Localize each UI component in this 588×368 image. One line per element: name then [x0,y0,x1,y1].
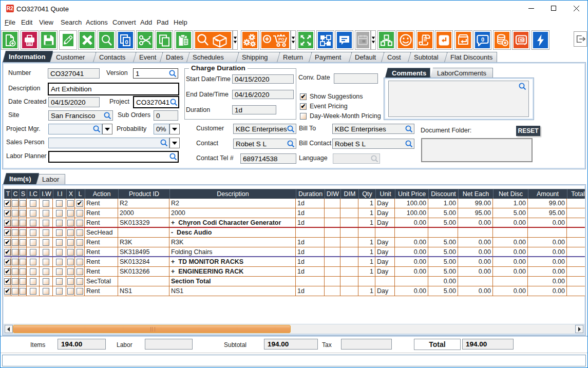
search-icon[interactable] [103,111,112,122]
cut-icon[interactable] [136,30,154,50]
row-checkbox-i-c[interactable] [30,210,36,217]
tab-flat-discounts[interactable]: Flat Discounts [444,52,497,62]
row-checkbox-i-i[interactable] [56,229,63,236]
row-checkbox-s[interactable] [20,278,26,285]
column-header-net-disc[interactable]: Net Disc [493,189,528,199]
column-header-t[interactable]: T [4,189,12,199]
row-checkbox-c[interactable] [12,259,18,265]
print-icon[interactable] [21,30,39,50]
menu-search[interactable]: Search [61,18,82,26]
row-checkbox-t[interactable] [4,200,11,207]
sales_person-field[interactable] [48,138,169,148]
table-row[interactable]: SecTotalSection Total0.000.00 [4,277,585,286]
row-checkbox-i-c[interactable] [30,268,36,275]
table-row[interactable]: SecHead- Desc Audio [4,228,585,238]
row-checkbox-t[interactable] [4,278,11,285]
exit-icon[interactable] [574,31,587,47]
table-row[interactable]: RentSK318495Folding Chairs1d1Day0.005.00… [4,247,585,257]
search-icon[interactable] [168,69,177,80]
checkbox-show-suggestions[interactable] [300,93,307,100]
comment-zero-icon[interactable]: 0 [473,30,491,50]
search-icon[interactable] [169,98,178,108]
column-header-i-w[interactable]: I.W [40,189,53,199]
tab-customer[interactable]: Customer [50,52,96,62]
row-checkbox-x[interactable] [67,239,74,246]
more-options-icon[interactable] [233,30,238,50]
row-checkbox-i-c[interactable] [30,229,36,236]
column-header-discount[interactable]: Discount [428,189,459,199]
search-icon[interactable] [370,154,379,165]
row-checkbox-i-c[interactable] [30,278,36,285]
row-checkbox-i-w[interactable] [43,239,49,246]
tab-information[interactable]: Information [3,51,53,62]
hierarchy-icon[interactable] [377,30,395,50]
sub_orders-field[interactable]: 0 [154,110,178,121]
search-icon[interactable] [405,140,413,150]
column-header-action[interactable]: Action [85,189,119,199]
bill_contact-field[interactable]: Robet S L [332,139,414,149]
scroll-left-button[interactable] [5,325,13,333]
menu-edit[interactable]: Edit [21,18,32,26]
search-icon[interactable] [98,30,116,50]
row-checkbox-x[interactable] [67,220,74,226]
row-checkbox-t[interactable] [4,220,11,226]
row-checkbox-i-c[interactable] [30,249,36,256]
row-checkbox-c[interactable] [12,278,18,285]
lightning-icon[interactable] [532,30,549,50]
return-box-icon[interactable] [454,30,472,50]
window-grid-icon[interactable] [316,30,334,50]
row-checkbox-i-i[interactable] [56,200,63,207]
row-checkbox-l[interactable] [77,239,83,246]
row-checkbox-l[interactable] [77,278,83,285]
column-header-qty[interactable]: Qty [358,189,376,199]
column-header-i-c[interactable]: I.C [27,189,40,199]
checkbox-event-pricing[interactable] [300,103,307,110]
row-checkbox-i-i[interactable] [56,278,63,285]
column-header-c[interactable]: C [11,189,20,199]
copy-zero-icon[interactable]: 0 [117,30,135,50]
contact_tel-field[interactable]: 689714538 [240,153,296,164]
description-field[interactable]: Art Exhibition [48,83,179,95]
menu-pad[interactable]: Pad [157,18,168,26]
dropdown-button[interactable] [102,124,112,134]
copy-icon[interactable] [155,30,173,50]
chat-icon[interactable] [335,30,353,50]
row-checkbox-l[interactable] [77,288,83,295]
probability-field[interactable]: 0% [154,124,169,134]
maximize-button[interactable] [542,1,565,16]
tab-item-s-[interactable]: Item(s) [3,173,39,184]
dropdown-button[interactable] [169,124,180,134]
table-row[interactable]: RentSK013329+ Chyron Codi Character Gene… [4,218,585,228]
row-checkbox-c[interactable] [12,200,18,207]
column-header-l[interactable]: L [75,189,85,199]
menu-actions[interactable]: Actions [86,18,108,26]
charge-start-field[interactable]: 04/15/2020 [232,74,294,84]
settings-gears-icon[interactable] [241,30,259,50]
row-checkbox-i-i[interactable] [56,259,63,265]
tab-return[interactable]: Return [277,52,312,62]
row-checkbox-t[interactable] [4,210,11,217]
row-checkbox-x[interactable] [67,200,74,207]
tab-schedules[interactable]: Schedules [186,52,239,62]
tab-dates[interactable]: Dates [160,52,190,62]
reset-button[interactable]: RESET [516,126,540,136]
row-checkbox-i-c[interactable] [30,200,36,207]
row-checkbox-l[interactable] [77,229,83,236]
tab-default[interactable]: Default [349,52,384,62]
row-checkbox-x[interactable] [67,249,74,256]
search-icon[interactable] [287,140,295,150]
menu-add[interactable]: Add [140,18,152,26]
expand-icon[interactable] [297,30,315,50]
search-icon[interactable] [405,125,413,135]
row-checkbox-x[interactable] [67,268,74,275]
row-checkbox-l[interactable] [77,249,83,256]
row-checkbox-c[interactable] [12,210,18,217]
tab-laborcomments[interactable]: LaborComments [430,68,493,78]
row-checkbox-t[interactable] [4,268,11,275]
document-folder-box[interactable] [421,138,533,162]
tab-payment[interactable]: Payment [309,52,352,62]
row-checkbox-i-w[interactable] [43,268,49,275]
scroll-receipt-icon[interactable] [416,30,434,50]
row-checkbox-i-w[interactable] [43,229,49,236]
table-row[interactable]: RentR2R21d1Day100.001.0099.001.0099.00 [4,199,585,208]
